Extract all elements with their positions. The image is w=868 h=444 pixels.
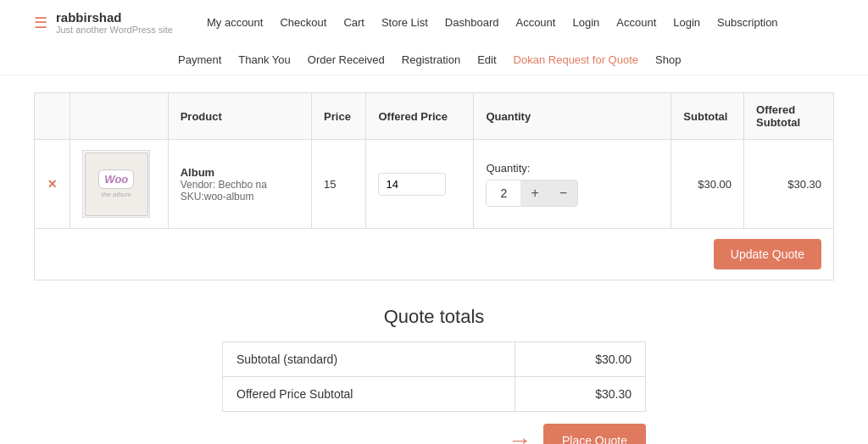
nav-top: My account Checkout Cart Store List Dash… (207, 16, 778, 29)
place-quote-button[interactable]: Place Quote (543, 424, 646, 444)
remove-cell: × (35, 140, 70, 229)
quote-totals-title: Quote totals (222, 306, 646, 328)
quantity-increase-button[interactable]: + (520, 180, 548, 206)
nav-edit[interactable]: Edit (477, 53, 496, 66)
nav-checkout[interactable]: Checkout (280, 16, 326, 29)
offered-price-cell (366, 140, 474, 229)
offered-subtotal-cell: $30.30 (744, 140, 834, 229)
nav-account-2[interactable]: Account (616, 16, 656, 29)
quote-totals-section: Quote totals Subtotal (standard) $30.00 … (222, 306, 646, 444)
menu-icon[interactable]: ☰ (34, 14, 47, 32)
nav-login-1[interactable]: Login (572, 16, 599, 29)
nav-dashboard[interactable]: Dashboard (445, 16, 499, 29)
product-sku: SKU:woo-album (181, 191, 299, 203)
woo-logo-text: Woo (104, 173, 128, 186)
product-price: 15 (324, 178, 336, 191)
product-image: Woo the album (82, 150, 150, 218)
product-image-cell: Woo the album (70, 140, 168, 229)
main-content: Product Price Offered Price Quantity Sub… (0, 75, 868, 444)
th-subtotal: Subtotal (671, 93, 744, 140)
th-image (70, 93, 168, 140)
nav-bottom: Payment Thank You Order Received Registr… (34, 45, 834, 75)
th-offered-price: Offered Price (366, 93, 474, 140)
offered-subtotal-value: $30.30 (787, 178, 821, 191)
remove-button[interactable]: × (47, 175, 57, 192)
nav-subscription[interactable]: Subscription (717, 16, 778, 29)
subtotal-cell: $30.00 (671, 140, 744, 229)
th-offered-subtotal: Offered Subtotal (744, 93, 834, 140)
th-quantity: Quantity (474, 93, 671, 140)
nav-order-received[interactable]: Order Received (308, 53, 385, 66)
site-tagline: Just another WordPress site (56, 25, 173, 35)
product-name: Album (181, 166, 299, 179)
album-label: the album (102, 191, 131, 198)
quantity-value: 2 (487, 181, 520, 205)
nav-dokan-request[interactable]: Dokan Request for Quote (514, 53, 638, 66)
nav-payment[interactable]: Payment (178, 53, 221, 66)
totals-row-subtotal: Subtotal (standard) $30.00 (223, 342, 646, 377)
nav-my-account[interactable]: My account (207, 16, 263, 29)
th-product: Product (168, 93, 311, 140)
product-vendor: Vendor: Bechbo na (181, 179, 299, 191)
th-remove (35, 93, 70, 140)
site-title: rabbirshad (56, 10, 173, 25)
price-cell: 15 (312, 140, 366, 229)
site-header: ☰ rabbirshad Just another WordPress site… (0, 0, 868, 75)
quantity-decrease-button[interactable]: − (549, 180, 577, 206)
nav-registration[interactable]: Registration (402, 53, 460, 66)
subtotal-standard-label: Subtotal (standard) (223, 342, 515, 377)
table-row: × Woo the album Album (35, 140, 834, 229)
offered-subtotal-total-value: $30.30 (515, 377, 646, 412)
nav-cart[interactable]: Cart (343, 16, 364, 29)
nav-account-1[interactable]: Account (515, 16, 555, 29)
product-info-cell: Album Vendor: Bechbo na SKU:woo-album (168, 140, 311, 229)
quantity-label: Quantity: (486, 162, 659, 175)
totals-table: Subtotal (standard) $30.00 Offered Price… (222, 341, 646, 412)
totals-row-offered: Offered Price Subtotal $30.30 (223, 377, 646, 412)
site-info: rabbirshad Just another WordPress site (56, 10, 173, 35)
site-branding: ☰ rabbirshad Just another WordPress site (34, 10, 173, 35)
quantity-cell: Quantity: 2 + − (474, 140, 671, 229)
arrow-icon: → (508, 427, 531, 444)
nav-shop[interactable]: Shop (655, 53, 681, 66)
table-footer: Update Quote (34, 229, 834, 280)
quote-table: Product Price Offered Price Quantity Sub… (34, 92, 834, 229)
place-quote-row: → Place Quote (222, 424, 646, 444)
nav-login-2[interactable]: Login (673, 16, 700, 29)
offered-subtotal-label: Offered Price Subtotal (223, 377, 515, 412)
offered-price-input[interactable] (378, 173, 446, 196)
nav-store-list[interactable]: Store List (381, 16, 428, 29)
nav-thank-you[interactable]: Thank You (238, 53, 290, 66)
subtotal-value: $30.00 (698, 178, 732, 191)
th-price: Price (312, 93, 366, 140)
quantity-stepper: 2 + − (486, 180, 578, 207)
update-quote-button[interactable]: Update Quote (714, 239, 821, 269)
subtotal-standard-value: $30.00 (515, 342, 646, 377)
